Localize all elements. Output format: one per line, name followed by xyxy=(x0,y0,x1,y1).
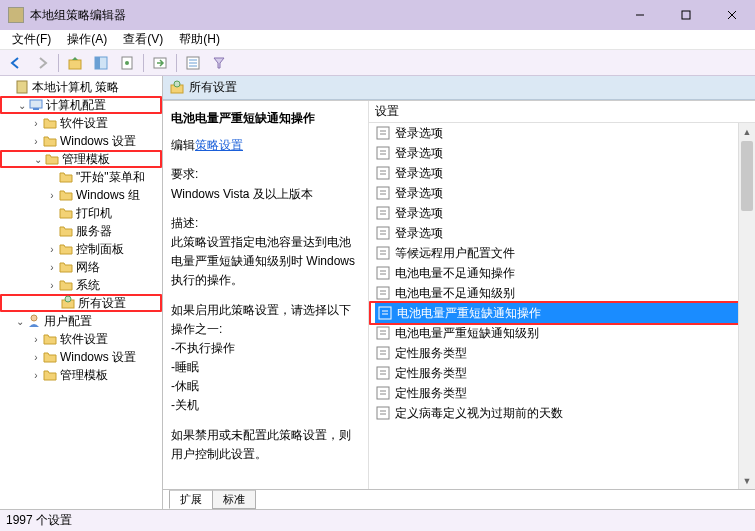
setting-item-icon xyxy=(375,405,391,421)
tree-label: 软件设置 xyxy=(60,331,108,348)
menu-action[interactable]: 操作(A) xyxy=(59,29,115,50)
show-hide-tree-button[interactable] xyxy=(89,52,113,74)
vertical-scrollbar[interactable]: ▲ ▼ xyxy=(738,123,755,489)
setting-item-icon xyxy=(375,165,391,181)
tree-software-settings[interactable]: ›软件设置 xyxy=(0,114,162,132)
tree-admin-templates[interactable]: ⌄管理模板 xyxy=(0,150,162,168)
maximize-button[interactable] xyxy=(663,0,709,30)
tree-windows-comp[interactable]: ›Windows 组 xyxy=(0,186,162,204)
tree-printers[interactable]: 打印机 xyxy=(0,204,162,222)
list-row[interactable]: 定性服务类型 xyxy=(369,343,755,363)
tree-label: 软件设置 xyxy=(60,115,108,132)
close-button[interactable] xyxy=(709,0,755,30)
tree-label: Windows 设置 xyxy=(60,349,136,366)
tree-control-panel[interactable]: ›控制面板 xyxy=(0,240,162,258)
opt2: -睡眠 xyxy=(171,360,199,374)
list-item-label: 电池电量不足通知级别 xyxy=(395,285,515,302)
computer-icon xyxy=(28,97,44,113)
svg-rect-58 xyxy=(377,367,389,379)
setting-item-icon xyxy=(377,305,393,321)
tree-servers[interactable]: 服务器 xyxy=(0,222,162,240)
if-enabled: 如果启用此策略设置，请选择以下操作之一: xyxy=(171,303,351,336)
scroll-up-icon[interactable]: ▲ xyxy=(739,123,755,140)
policy-settings-link[interactable]: 策略设置 xyxy=(195,138,243,152)
filter-button[interactable] xyxy=(207,52,231,74)
svg-point-18 xyxy=(65,296,71,302)
properties-button[interactable] xyxy=(115,52,139,74)
tree-start-menu[interactable]: "开始"菜单和 xyxy=(0,168,162,186)
titlebar: 本地组策略编辑器 xyxy=(0,0,755,30)
list-row[interactable]: 电池电量严重短缺通知操作 xyxy=(371,303,751,323)
tree-windows-settings[interactable]: ›Windows 设置 xyxy=(0,132,162,150)
tree-all-settings[interactable]: 所有设置 xyxy=(0,294,162,312)
list-row[interactable]: 登录选项 xyxy=(369,123,755,143)
tab-extended[interactable]: 扩展 xyxy=(169,490,213,509)
tree-network[interactable]: ›网络 xyxy=(0,258,162,276)
list-row[interactable]: 电池电量不足通知操作 xyxy=(369,263,755,283)
folder-icon xyxy=(58,223,74,239)
setting-item-icon xyxy=(375,125,391,141)
back-button[interactable] xyxy=(4,52,28,74)
svg-rect-14 xyxy=(17,81,27,93)
opt1: -不执行操作 xyxy=(171,341,235,355)
list-pane[interactable]: 设置 登录选项登录选项登录选项登录选项登录选项登录选项等候远程用户配置文件电池电… xyxy=(369,101,755,489)
list-row[interactable]: 登录选项 xyxy=(369,163,755,183)
setting-item-icon xyxy=(375,345,391,361)
svg-rect-37 xyxy=(377,227,389,239)
list-item-label: 等候远程用户配置文件 xyxy=(395,245,515,262)
list-row[interactable]: 定义病毒定义视为过期前的天数 xyxy=(369,403,755,423)
minimize-button[interactable] xyxy=(617,0,663,30)
req-label: 要求: xyxy=(171,167,198,181)
setting-item-icon xyxy=(375,145,391,161)
svg-rect-49 xyxy=(379,307,391,319)
tree-u-windows-settings[interactable]: ›Windows 设置 xyxy=(0,348,162,366)
tree-u-admin-templates[interactable]: ›管理模板 xyxy=(0,366,162,384)
list-header-label: 设置 xyxy=(375,103,399,120)
toolbar-separator xyxy=(176,54,177,72)
setting-item-icon xyxy=(375,205,391,221)
tree-label: 管理模板 xyxy=(62,151,110,168)
svg-rect-1 xyxy=(682,11,690,19)
tree-root[interactable]: 本地计算机 策略 xyxy=(0,78,162,96)
setting-item-icon xyxy=(375,385,391,401)
svg-rect-55 xyxy=(377,347,389,359)
svg-rect-43 xyxy=(377,267,389,279)
menubar: 文件(F) 操作(A) 查看(V) 帮助(H) xyxy=(0,30,755,50)
details-button[interactable] xyxy=(181,52,205,74)
list-row[interactable]: 电池电量不足通知级别 xyxy=(369,283,755,303)
list-row[interactable]: 电池电量严重短缺通知级别 xyxy=(369,323,755,343)
menu-view[interactable]: 查看(V) xyxy=(115,29,171,50)
list-row[interactable]: 定性服务类型 xyxy=(369,363,755,383)
list-item-label: 电池电量严重短缺通知操作 xyxy=(397,305,541,322)
list-row[interactable]: 登录选项 xyxy=(369,223,755,243)
list-row[interactable]: 登录选项 xyxy=(369,203,755,223)
list-row[interactable]: 登录选项 xyxy=(369,143,755,163)
tree-label: 控制面板 xyxy=(76,241,124,258)
tree-pane[interactable]: 本地计算机 策略 ⌄计算机配置 ›软件设置 ›Windows 设置 ⌄管理模板 … xyxy=(0,76,163,509)
tree-label: Windows 组 xyxy=(76,187,140,204)
menu-file[interactable]: 文件(F) xyxy=(4,29,59,50)
folder-icon xyxy=(58,205,74,221)
opt4: -关机 xyxy=(171,398,199,412)
svg-point-19 xyxy=(31,315,37,321)
svg-rect-22 xyxy=(377,127,389,139)
tree-user-config[interactable]: ⌄用户配置 xyxy=(0,312,162,330)
export-button[interactable] xyxy=(148,52,172,74)
menu-help[interactable]: 帮助(H) xyxy=(171,29,228,50)
tree-computer-config[interactable]: ⌄计算机配置 xyxy=(0,96,162,114)
forward-button[interactable] xyxy=(30,52,54,74)
list-column-header[interactable]: 设置 xyxy=(369,101,755,123)
scroll-down-icon[interactable]: ▼ xyxy=(739,472,755,489)
tree-label: 计算机配置 xyxy=(46,97,106,114)
scroll-thumb[interactable] xyxy=(741,141,753,211)
tab-standard[interactable]: 标准 xyxy=(212,490,256,509)
list-row[interactable]: 登录选项 xyxy=(369,183,755,203)
list-row[interactable]: 定性服务类型 xyxy=(369,383,755,403)
up-button[interactable] xyxy=(63,52,87,74)
tree-system[interactable]: ›系统 xyxy=(0,276,162,294)
status-count: 1997 个设置 xyxy=(6,512,72,529)
setting-item-icon xyxy=(375,285,391,301)
tree-label: 系统 xyxy=(76,277,100,294)
tree-u-software-settings[interactable]: ›软件设置 xyxy=(0,330,162,348)
list-row[interactable]: 等候远程用户配置文件 xyxy=(369,243,755,263)
